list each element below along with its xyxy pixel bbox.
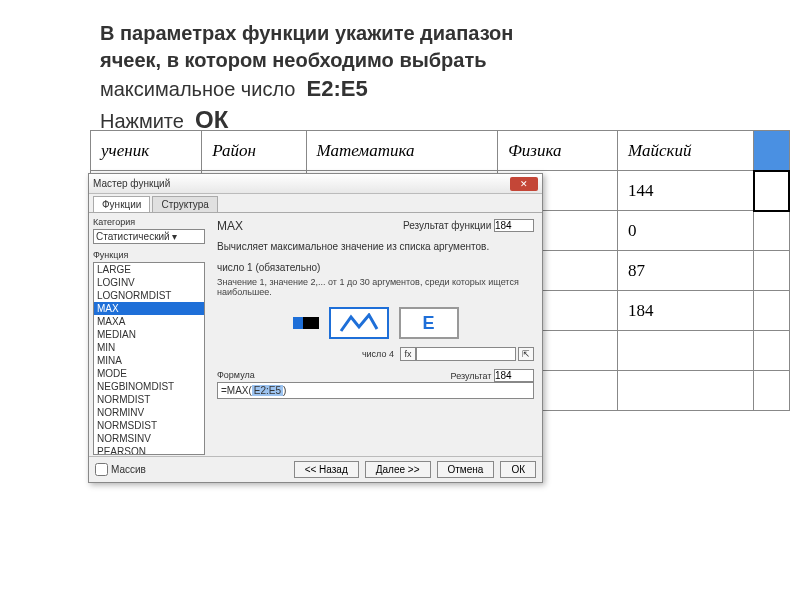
tab-structure[interactable]: Структура (152, 196, 217, 212)
right-panel: MAX Результат функции Вычисляет максимал… (209, 213, 542, 459)
list-item[interactable]: MEDIAN (94, 328, 204, 341)
cell[interactable]: 184 (617, 291, 753, 331)
fx-button[interactable]: fx (400, 347, 416, 361)
instruction-text: В параметрах функции укажите диапазон яч… (100, 20, 620, 136)
dialog-titlebar[interactable]: Мастер функций ✕ (89, 174, 542, 194)
list-item[interactable]: MINA (94, 354, 204, 367)
header-row: ученик Район Математика Физика Майский (91, 131, 790, 171)
formula-input[interactable]: =MAX(E2:E5) (217, 382, 534, 399)
function-label: Функция (93, 250, 205, 260)
list-item[interactable]: NORMDIST (94, 393, 204, 406)
col-header: Физика (498, 131, 618, 171)
list-item[interactable]: MODE (94, 367, 204, 380)
list-item[interactable]: PEARSON (94, 445, 204, 455)
cancel-button[interactable]: Отмена (437, 461, 495, 478)
function-list[interactable]: LARGE LOGINV LOGNORMDIST MAX MAXA MEDIAN… (93, 262, 205, 455)
result2-field (494, 369, 534, 382)
list-item[interactable]: NEGBINOMDIST (94, 380, 204, 393)
list-item[interactable]: MIN (94, 341, 204, 354)
cell[interactable]: 87 (617, 251, 753, 291)
list-item[interactable]: LOGINV (94, 276, 204, 289)
chip-icon (303, 317, 319, 329)
thumb-selected[interactable] (329, 307, 389, 339)
arg4-input[interactable] (416, 347, 516, 361)
list-item[interactable]: MAXA (94, 315, 204, 328)
col-header-selected (754, 131, 790, 171)
arg4-label: число 4 (339, 349, 394, 359)
close-icon[interactable]: ✕ (510, 177, 538, 191)
thumb[interactable]: E (399, 307, 459, 339)
category-label: Категория (93, 217, 205, 227)
next-button[interactable]: Далее >> (365, 461, 431, 478)
arg-title: число 1 (обязательно) (217, 262, 534, 273)
tab-functions[interactable]: Функции (93, 196, 150, 212)
formula-section: Формула Результат =MAX(E2:E5) (217, 369, 534, 399)
dialog-tabs: Функции Структура (89, 194, 542, 213)
back-button[interactable]: << Назад (294, 461, 359, 478)
array-checkbox[interactable]: Массив (95, 463, 146, 476)
result-field (494, 219, 534, 232)
list-item[interactable]: LOGNORMDIST (94, 289, 204, 302)
cell[interactable]: 144 (617, 171, 753, 211)
col-header: ученик (91, 131, 202, 171)
col-header: Майский (617, 131, 753, 171)
col-header: Математика (306, 131, 498, 171)
thumbnails: E (217, 307, 534, 339)
dialog-title: Мастер функций (93, 178, 510, 189)
formula-label: Формула (217, 370, 255, 380)
function-wizard-dialog: Мастер функций ✕ Функции Структура Катег… (88, 173, 543, 483)
category-select[interactable]: Статистический ▾ (93, 229, 205, 244)
arg-description: Значение 1, значение 2,... от 1 до 30 ар… (217, 277, 534, 297)
shrink-icon[interactable]: ⇱ (518, 347, 534, 361)
list-item[interactable]: NORMSDIST (94, 419, 204, 432)
list-item[interactable]: NORMSINV (94, 432, 204, 445)
ok-button[interactable]: ОК (500, 461, 536, 478)
col-header: Район (202, 131, 306, 171)
function-description: Вычисляет максимальное значение из списк… (217, 241, 534, 252)
left-panel: Категория Статистический ▾ Функция LARGE… (89, 213, 209, 459)
list-item-selected[interactable]: MAX (94, 302, 204, 315)
list-item[interactable]: NORMINV (94, 406, 204, 419)
function-name: MAX (217, 219, 243, 233)
active-cell[interactable] (754, 171, 790, 211)
button-row: Массив << Назад Далее >> Отмена ОК (89, 456, 542, 482)
cell[interactable]: 0 (617, 211, 753, 251)
list-item[interactable]: LARGE (94, 263, 204, 276)
